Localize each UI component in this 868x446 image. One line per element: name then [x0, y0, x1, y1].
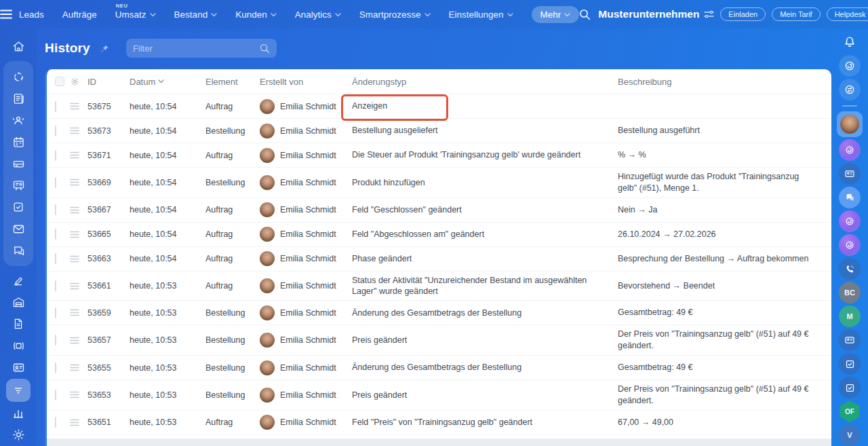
sidebar-item-history[interactable]: [6, 379, 31, 402]
row-menu-icon[interactable]: [70, 127, 87, 134]
table-row[interactable]: 53653 heute, 10:53 Bestellung Emilia Sch…: [47, 380, 831, 411]
row-user[interactable]: Emilia Schmidt: [260, 415, 352, 430]
row-user[interactable]: Emilia Schmidt: [260, 148, 352, 163]
table-row[interactable]: 53651 heute, 10:53 Auftrag Emilia Schmid…: [47, 411, 831, 435]
row-menu-icon[interactable]: [70, 337, 87, 344]
select-all-checkbox[interactable]: [55, 77, 64, 86]
table-row[interactable]: 53663 heute, 10:54 Auftrag Emilia Schmid…: [47, 247, 831, 272]
table-row[interactable]: 53655 heute, 10:53 Bestellung Emilia Sch…: [47, 356, 831, 380]
table-row[interactable]: 53661 heute, 10:53 Auftrag Emilia Schmid…: [47, 272, 831, 301]
table-row[interactable]: 53673 heute, 10:54 Bestellung Emilia Sch…: [47, 119, 831, 143]
row-checkbox[interactable]: [55, 335, 56, 346]
row-checkbox[interactable]: [55, 363, 56, 373]
row-user[interactable]: Emilia Schmidt: [260, 278, 352, 293]
tasks-widget-button-2[interactable]: [839, 377, 861, 398]
nav-bestand[interactable]: Bestand: [174, 10, 218, 20]
copilot-chat-button[interactable]: [839, 139, 861, 161]
row-checkbox[interactable]: [55, 101, 56, 112]
row-checkbox[interactable]: [55, 390, 56, 401]
table-row[interactable]: 53659 heute, 10:53 Bestellung Emilia Sch…: [47, 301, 831, 325]
row-user[interactable]: Emilia Schmidt: [260, 99, 352, 114]
column-header-erstellt-von[interactable]: Erstellt von: [260, 77, 352, 87]
column-settings-button[interactable]: [70, 77, 80, 87]
nav-auftraege[interactable]: Aufträge: [62, 10, 97, 20]
sidebar-item-sign[interactable]: [8, 270, 28, 291]
table-row[interactable]: 53665 heute, 10:54 Auftrag Emilia Schmid…: [47, 223, 831, 247]
tasks-widget-button[interactable]: [839, 353, 861, 375]
sidebar-item-news[interactable]: [8, 88, 28, 109]
hamburger-menu-icon[interactable]: [0, 10, 12, 19]
nav-analytics[interactable]: Analytics: [295, 10, 341, 20]
row-user[interactable]: Emilia Schmidt: [260, 360, 352, 375]
pin-icon[interactable]: [100, 43, 110, 54]
sidebar-item-marketplace[interactable]: [8, 335, 28, 356]
table-row[interactable]: 53657 heute, 10:53 Bestellung Emilia Sch…: [47, 325, 831, 356]
row-menu-icon[interactable]: [70, 151, 87, 159]
table-row[interactable]: 53671 heute, 10:54 Auftrag Emilia Schmid…: [47, 143, 831, 168]
sidebar-item-messenger[interactable]: [8, 240, 28, 261]
sidebar-item-documents[interactable]: [8, 314, 28, 334]
sidebar-item-home[interactable]: [8, 36, 28, 56]
row-menu-icon[interactable]: [70, 255, 87, 263]
nav-kunden[interactable]: Kunden: [235, 10, 277, 20]
filter-search-box[interactable]: [126, 39, 277, 58]
of-app-button[interactable]: OF: [839, 401, 861, 422]
row-menu-icon[interactable]: [70, 179, 87, 186]
nav-leads[interactable]: Leads: [19, 10, 44, 20]
copilot-button[interactable]: [839, 55, 861, 77]
telephony-button[interactable]: [839, 258, 861, 280]
row-checkbox[interactable]: [55, 126, 56, 136]
row-menu-icon[interactable]: [70, 103, 87, 110]
row-checkbox[interactable]: [55, 417, 56, 428]
row-checkbox[interactable]: [55, 229, 56, 240]
row-checkbox[interactable]: [55, 253, 56, 264]
sidebar-item-settings[interactable]: [8, 424, 28, 445]
einladen-button[interactable]: Einladen: [720, 7, 766, 21]
nav-umsatz[interactable]: NEU Umsatz: [115, 10, 156, 20]
row-user[interactable]: Emilia Schmidt: [260, 333, 352, 348]
sidebar-item-contact-center[interactable]: [8, 357, 28, 377]
row-user[interactable]: Emilia Schmidt: [260, 305, 352, 320]
notifications-button[interactable]: [839, 31, 861, 53]
row-menu-icon[interactable]: [70, 419, 87, 426]
card-widget-button[interactable]: [839, 329, 861, 351]
sidebar-item-tasks[interactable]: [8, 197, 28, 217]
nav-mehr-button[interactable]: Mehr: [532, 6, 580, 23]
horizontal-scrollbar[interactable]: [47, 439, 831, 446]
contact-widget-button[interactable]: [839, 163, 861, 185]
mein-tarif-button[interactable]: Mein Tarif: [772, 7, 820, 21]
search-icon[interactable]: [579, 9, 591, 20]
row-menu-icon[interactable]: [70, 391, 87, 398]
chat-widget-button[interactable]: [839, 187, 861, 208]
row-menu-icon[interactable]: [70, 309, 87, 316]
sidebar-item-feed[interactable]: [8, 67, 28, 87]
sidebar-item-analytics[interactable]: [8, 403, 28, 424]
nav-einstellungen[interactable]: Einstellungen: [449, 10, 513, 20]
filter-input[interactable]: [133, 43, 254, 54]
column-header-id[interactable]: ID: [87, 77, 130, 87]
column-header-datum[interactable]: Datum: [130, 77, 205, 87]
row-user[interactable]: Emilia Schmidt: [260, 124, 352, 138]
sidebar-item-mail[interactable]: [8, 219, 28, 239]
row-checkbox[interactable]: [55, 177, 56, 188]
helpdesk-button[interactable]: Helpdesk: [827, 7, 868, 21]
m-workspace-button[interactable]: M: [839, 305, 861, 327]
row-checkbox[interactable]: [55, 204, 56, 215]
row-user[interactable]: Emilia Schmidt: [260, 251, 352, 266]
row-menu-icon[interactable]: [70, 282, 87, 290]
column-header-element[interactable]: Element: [205, 77, 260, 87]
nav-smartprozesse[interactable]: Smartprozesse: [359, 10, 431, 20]
row-user[interactable]: Emilia Schmidt: [260, 227, 352, 242]
sidebar-item-crm[interactable]: [8, 175, 28, 196]
row-menu-icon[interactable]: [70, 231, 87, 238]
copilot-widget-button-2[interactable]: [839, 234, 861, 256]
column-header-aenderungstyp[interactable]: Änderungstyp: [352, 77, 618, 87]
row-user[interactable]: Emilia Schmidt: [260, 388, 352, 403]
v-app-button[interactable]: V: [839, 424, 861, 446]
sidebar-item-employees[interactable]: [8, 110, 28, 130]
sidebar-item-warehouse[interactable]: [8, 292, 28, 312]
row-checkbox[interactable]: [55, 308, 56, 318]
row-menu-icon[interactable]: [70, 364, 87, 371]
row-user[interactable]: Emilia Schmidt: [260, 202, 352, 217]
copilot-widget-button[interactable]: [839, 210, 861, 232]
